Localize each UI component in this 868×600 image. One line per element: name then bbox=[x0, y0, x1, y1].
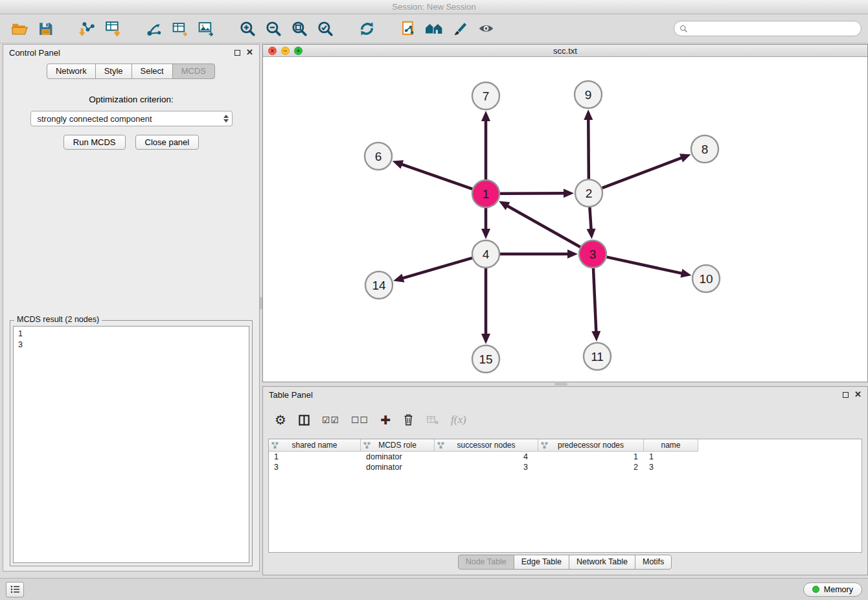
paintbrush-icon bbox=[451, 20, 468, 37]
export-table-button[interactable] bbox=[167, 16, 193, 41]
tab-network[interactable]: Network bbox=[47, 63, 96, 79]
import-table-icon bbox=[104, 20, 122, 38]
function-builder-button[interactable]: f(x) bbox=[451, 413, 466, 426]
memory-button[interactable]: Memory bbox=[803, 583, 862, 597]
close-window-icon[interactable]: × bbox=[268, 47, 277, 55]
graph-node-3[interactable]: 3 bbox=[579, 240, 606, 268]
edge-2-9[interactable] bbox=[588, 119, 589, 179]
edge-2-3[interactable] bbox=[589, 207, 591, 230]
graph-node-10[interactable]: 10 bbox=[692, 265, 720, 292]
plus-icon: ✚ bbox=[380, 413, 391, 427]
import-table-button[interactable] bbox=[100, 16, 126, 41]
edge-3-11[interactable] bbox=[593, 268, 596, 332]
graph-node-4[interactable]: 4 bbox=[472, 240, 499, 268]
show-columns-button[interactable] bbox=[298, 414, 310, 426]
tab-style[interactable]: Style bbox=[95, 63, 132, 79]
edge-3-1[interactable] bbox=[507, 205, 580, 247]
titlebar: Session: New Session bbox=[0, 0, 868, 14]
edge-4-14[interactable] bbox=[402, 258, 472, 279]
tab-select[interactable]: Select bbox=[131, 63, 173, 79]
edge-1-2[interactable] bbox=[500, 193, 565, 194]
table-row[interactable]: 3 dominator 3 2 3 bbox=[269, 462, 862, 472]
column-header-successor-nodes[interactable]: successor nodes bbox=[435, 439, 538, 452]
close-table-panel-icon[interactable]: ✕ bbox=[854, 391, 862, 398]
graph-node-14[interactable]: 14 bbox=[365, 271, 393, 299]
tab-node-table[interactable]: Node Table bbox=[458, 555, 514, 570]
column-label: shared name bbox=[291, 441, 337, 450]
cell-successor-nodes: 3 bbox=[435, 463, 538, 472]
ndex-homes-button[interactable] bbox=[421, 16, 447, 41]
close-panel-button[interactable]: Close panel bbox=[135, 135, 200, 150]
close-panel-icon[interactable]: ✕ bbox=[246, 49, 253, 56]
graph-node-1[interactable]: 1 bbox=[472, 180, 499, 207]
run-mcds-button[interactable]: Run MCDS bbox=[63, 135, 126, 150]
table-settings-button[interactable]: ⚙ bbox=[275, 413, 286, 426]
add-column-button[interactable]: ✚ bbox=[380, 413, 391, 427]
show-panels-button[interactable] bbox=[6, 582, 24, 597]
horizontal-splitter-handle[interactable] bbox=[554, 383, 567, 386]
node-label-11: 11 bbox=[591, 350, 604, 363]
criterion-select[interactable]: strongly connected component bbox=[30, 111, 233, 126]
column-type-icon bbox=[271, 442, 279, 449]
search-input[interactable] bbox=[688, 24, 856, 33]
zoom-window-icon[interactable]: + bbox=[294, 47, 303, 55]
cell-successor-nodes: 4 bbox=[435, 452, 538, 461]
save-session-button[interactable] bbox=[32, 16, 58, 41]
vertical-splitter-handle[interactable] bbox=[260, 297, 262, 310]
network-from-selection-button[interactable] bbox=[395, 16, 421, 41]
cell-shared-name: 3 bbox=[269, 463, 361, 472]
float-table-panel-icon[interactable] bbox=[843, 392, 849, 398]
column-header-predecessor-nodes[interactable]: predecessor nodes bbox=[538, 439, 644, 452]
minimize-window-icon[interactable]: − bbox=[281, 47, 290, 55]
edge-arrowhead-4-14 bbox=[393, 273, 404, 282]
tab-mcds[interactable]: MCDS bbox=[172, 63, 215, 79]
column-header-shared-name[interactable]: shared name bbox=[269, 439, 361, 452]
zoom-in-button[interactable] bbox=[234, 16, 260, 41]
zoom-out-button[interactable] bbox=[260, 16, 286, 41]
mcds-result-list[interactable]: 1 3 bbox=[13, 326, 249, 563]
node-label-2: 2 bbox=[586, 187, 593, 200]
tab-motifs[interactable]: Motifs bbox=[635, 555, 672, 570]
graph-node-7[interactable]: 7 bbox=[472, 82, 499, 110]
network-canvas[interactable]: 7968124314101511 bbox=[263, 57, 867, 382]
graph-node-9[interactable]: 9 bbox=[575, 81, 602, 108]
edge-arrowhead-1-2 bbox=[564, 189, 574, 198]
cell-mcds-role: dominator bbox=[361, 463, 435, 472]
edge-arrowhead-3-11 bbox=[591, 331, 600, 341]
column-header-name[interactable]: name bbox=[644, 439, 698, 452]
edge-arrowhead-2-3 bbox=[587, 229, 596, 239]
graph-node-8[interactable]: 8 bbox=[691, 135, 718, 163]
edge-2-8[interactable] bbox=[602, 157, 683, 188]
column-header-mcds-role[interactable]: MCDS role bbox=[361, 439, 435, 452]
graph-node-11[interactable]: 11 bbox=[584, 343, 611, 370]
gear-icon: ⚙ bbox=[275, 413, 286, 426]
graph-node-15[interactable]: 15 bbox=[472, 345, 499, 373]
tab-network-table[interactable]: Network Table bbox=[569, 555, 635, 570]
graph-node-2[interactable]: 2 bbox=[575, 179, 602, 207]
apply-layout-button[interactable] bbox=[354, 16, 380, 41]
table-row[interactable]: 1 dominator 4 1 1 bbox=[269, 452, 862, 462]
edge-3-10[interactable] bbox=[606, 257, 682, 273]
delete-column-button[interactable] bbox=[402, 413, 415, 427]
zoom-fit-icon bbox=[291, 20, 308, 37]
delete-table-button[interactable] bbox=[426, 414, 439, 426]
tab-edge-table[interactable]: Edge Table bbox=[514, 555, 569, 570]
float-panel-icon[interactable] bbox=[234, 50, 240, 56]
export-network-button[interactable] bbox=[141, 16, 167, 41]
eye-icon bbox=[477, 20, 495, 38]
import-network-button[interactable] bbox=[74, 16, 100, 41]
network-window-titlebar[interactable]: × − + scc.txt bbox=[263, 45, 867, 57]
open-session-button[interactable] bbox=[6, 16, 32, 41]
apply-style-button[interactable] bbox=[447, 16, 473, 41]
graph-node-6[interactable]: 6 bbox=[365, 143, 392, 170]
unselect-all-button[interactable]: ☐☐ bbox=[351, 415, 369, 425]
edge-1-6[interactable] bbox=[401, 164, 472, 189]
export-image-button[interactable] bbox=[193, 16, 219, 41]
zoom-selected-button[interactable] bbox=[312, 16, 338, 41]
zoom-fit-button[interactable] bbox=[286, 16, 312, 41]
delete-table-icon bbox=[426, 414, 439, 426]
eye-toggle-button[interactable] bbox=[473, 16, 499, 41]
select-all-button[interactable]: ☑☑ bbox=[322, 415, 339, 425]
control-panel-header: Control Panel ✕ bbox=[3, 45, 259, 60]
table-panel-header: Table Panel ✕ bbox=[263, 387, 867, 402]
